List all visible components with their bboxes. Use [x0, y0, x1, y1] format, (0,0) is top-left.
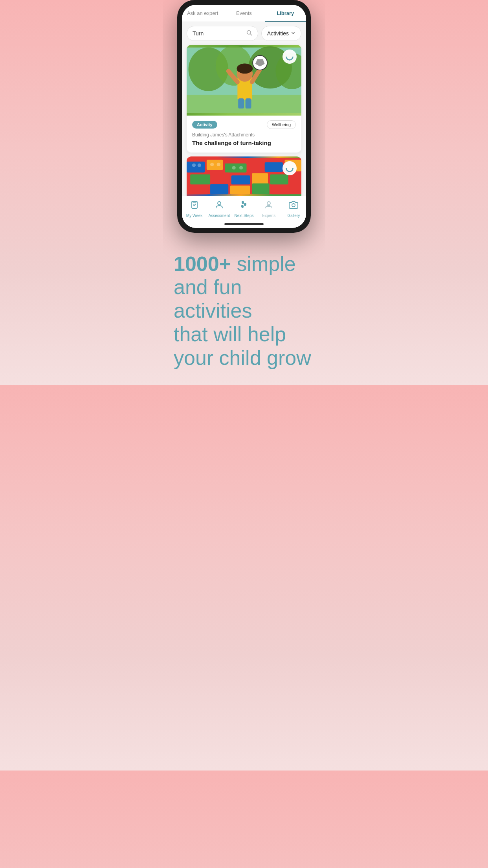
card-1-body: Activity Wellbeing Building James's Atta…	[187, 116, 301, 153]
nav-experts[interactable]: Experts	[257, 200, 281, 218]
nav-my-week-label: My Week	[186, 213, 203, 218]
svg-rect-25	[231, 175, 250, 184]
camera-icon	[289, 200, 298, 212]
nav-assessment[interactable]: Assessment	[207, 200, 231, 218]
svg-point-10	[237, 63, 253, 74]
person-arc-icon	[215, 200, 224, 212]
svg-rect-15	[246, 98, 251, 108]
svg-rect-27	[270, 174, 288, 184]
svg-rect-21	[265, 162, 283, 171]
bottom-nav: My Week Assessment	[182, 196, 306, 220]
svg-point-37	[232, 166, 236, 169]
svg-rect-28	[187, 186, 208, 194]
tab-library[interactable]: Library	[265, 5, 306, 22]
search-area: Turn Activities	[182, 22, 306, 45]
svg-point-33	[192, 163, 196, 167]
home-indicator	[182, 220, 306, 228]
nav-gallery-label: Gallery	[288, 213, 300, 218]
svg-point-47	[292, 204, 295, 207]
home-bar	[224, 223, 264, 225]
tab-bar: Ask an expert Events Library	[182, 5, 306, 22]
tab-ask-expert[interactable]: Ask an expert	[182, 5, 223, 22]
search-icon	[246, 29, 252, 37]
svg-point-42	[241, 200, 244, 204]
footsteps-icon	[239, 200, 249, 212]
nav-assessment-label: Assessment	[209, 213, 230, 218]
wellbeing-tag: Wellbeing	[267, 120, 296, 129]
filter-button[interactable]: Activities	[261, 26, 301, 41]
svg-rect-32	[271, 185, 289, 194]
card-2-image	[187, 156, 301, 196]
svg-line-1	[250, 34, 252, 35]
marketing-text: 1000+ simple and fun activities that wil…	[174, 252, 314, 370]
svg-point-35	[210, 162, 214, 166]
card-1[interactable]: Activity Wellbeing Building James's Atta…	[187, 45, 301, 153]
nav-next-steps[interactable]: Next Steps	[231, 200, 256, 218]
svg-rect-18	[207, 160, 223, 170]
svg-point-38	[239, 166, 243, 169]
phone-screen: Ask an expert Events Library Turn	[182, 5, 306, 228]
svg-point-43	[244, 202, 246, 206]
card-1-avatar	[283, 50, 297, 64]
phone-wrapper: Ask an expert Events Library Turn	[163, 0, 325, 385]
tab-events[interactable]: Events	[223, 5, 264, 22]
person-badge-icon	[264, 200, 273, 212]
card-1-title: The challenge of turn-taking	[192, 139, 296, 147]
card-1-image	[187, 45, 301, 116]
marketing-line2: and fun activities	[174, 276, 252, 322]
svg-rect-17	[187, 162, 205, 173]
clipboard-check-icon	[190, 200, 199, 212]
svg-point-36	[217, 162, 220, 166]
marketing-number: 1000+	[174, 252, 231, 275]
card-2-avatar	[283, 161, 297, 175]
marketing-line3: that will help	[174, 323, 286, 346]
svg-rect-31	[252, 183, 269, 194]
svg-point-44	[241, 204, 244, 208]
svg-rect-19	[225, 163, 246, 172]
activity-tag: Activity	[192, 121, 217, 129]
chevron-down-icon	[291, 30, 295, 37]
svg-rect-23	[190, 174, 210, 184]
svg-point-41	[218, 202, 221, 205]
search-box[interactable]: Turn	[187, 26, 258, 41]
nav-next-steps-label: Next Steps	[235, 213, 254, 218]
svg-rect-26	[252, 173, 268, 184]
nav-my-week[interactable]: My Week	[182, 200, 207, 218]
marketing-section: 1000+ simple and fun activities that wil…	[163, 233, 325, 386]
card-2[interactable]	[187, 156, 301, 196]
svg-rect-20	[248, 161, 263, 172]
card-1-tags: Activity Wellbeing	[192, 120, 296, 129]
svg-point-34	[198, 163, 201, 167]
search-input-value: Turn	[193, 30, 243, 37]
svg-rect-24	[212, 172, 229, 183]
phone-frame: Ask an expert Events Library Turn	[177, 0, 311, 233]
nav-gallery[interactable]: Gallery	[281, 200, 306, 218]
card-1-subtitle: Building James's Attachments	[192, 132, 296, 138]
marketing-line4: your child grow	[174, 346, 311, 369]
svg-point-45	[267, 202, 270, 205]
svg-rect-29	[210, 184, 228, 194]
svg-rect-30	[230, 186, 250, 194]
marketing-line1-rest: simple	[231, 252, 296, 275]
svg-rect-14	[238, 98, 244, 108]
nav-experts-label: Experts	[262, 213, 275, 218]
